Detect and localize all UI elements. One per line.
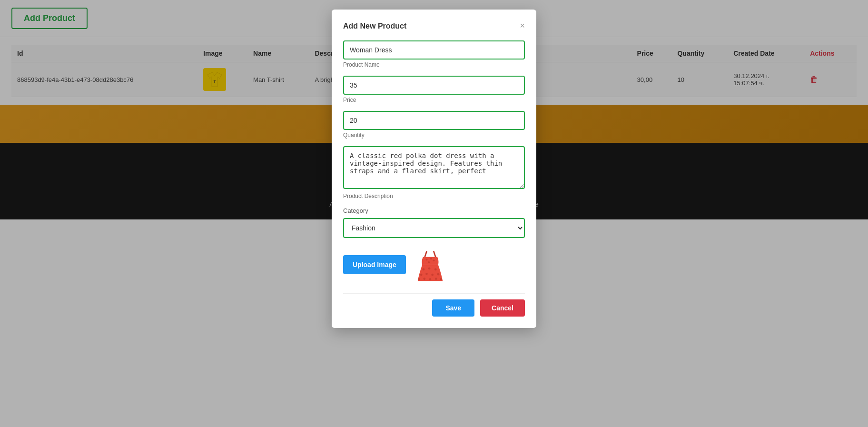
svg-point-14 (437, 273, 439, 275)
category-select[interactable]: Fashion Electronics Sports Home Beauty (343, 218, 525, 238)
category-group: Fashion Electronics Sports Home Beauty (343, 218, 525, 238)
modal-title: Add New Product (343, 22, 406, 30)
svg-point-5 (430, 258, 432, 259)
page-wrapper: Add Product Id Image Name Description Pr… (0, 0, 868, 427)
category-label-group: Category (343, 207, 525, 214)
svg-point-9 (428, 267, 431, 269)
modal-close-button[interactable]: × (520, 21, 525, 31)
svg-point-4 (425, 258, 427, 260)
quantity-input[interactable] (343, 111, 525, 130)
modal-overlay: Add New Product × Woman Dress Product Na… (0, 0, 868, 427)
svg-point-16 (423, 278, 425, 280)
svg-point-10 (434, 268, 437, 270)
upload-image-button[interactable]: Upload Image (343, 255, 406, 274)
price-input[interactable] (343, 76, 525, 95)
svg-point-7 (428, 261, 430, 263)
description-group: A classic red polka dot dress with a vin… (343, 146, 525, 199)
description-textarea[interactable]: A classic red polka dot dress with a vin… (343, 146, 525, 189)
svg-point-18 (435, 278, 437, 280)
cancel-button[interactable]: Cancel (480, 299, 525, 317)
save-button[interactable]: Save (432, 299, 474, 317)
svg-point-11 (420, 273, 423, 276)
price-group: Price (343, 76, 525, 103)
price-label: Price (343, 97, 525, 103)
dress-svg (416, 247, 444, 283)
product-name-input[interactable]: Woman Dress (343, 40, 525, 60)
category-label: Category (343, 207, 525, 214)
modal-footer: Save Cancel (343, 293, 525, 317)
image-upload-row: Upload Image (343, 246, 525, 284)
svg-point-15 (418, 278, 420, 280)
svg-point-17 (429, 278, 431, 280)
product-name-label: Product Name (343, 61, 525, 68)
svg-point-6 (433, 259, 434, 261)
svg-line-2 (425, 251, 427, 257)
svg-point-8 (422, 268, 424, 270)
svg-point-12 (425, 272, 428, 275)
quantity-label: Quantity (343, 132, 525, 139)
svg-point-19 (440, 278, 442, 280)
description-label: Product Description (343, 193, 525, 199)
svg-point-13 (431, 273, 434, 276)
modal-header: Add New Product × (343, 21, 525, 31)
add-product-modal: Add New Product × Woman Dress Product Na… (332, 10, 536, 328)
quantity-group: Quantity (343, 111, 525, 139)
dress-preview (414, 246, 447, 284)
svg-line-3 (434, 251, 435, 257)
product-name-group: Woman Dress Product Name (343, 40, 525, 68)
